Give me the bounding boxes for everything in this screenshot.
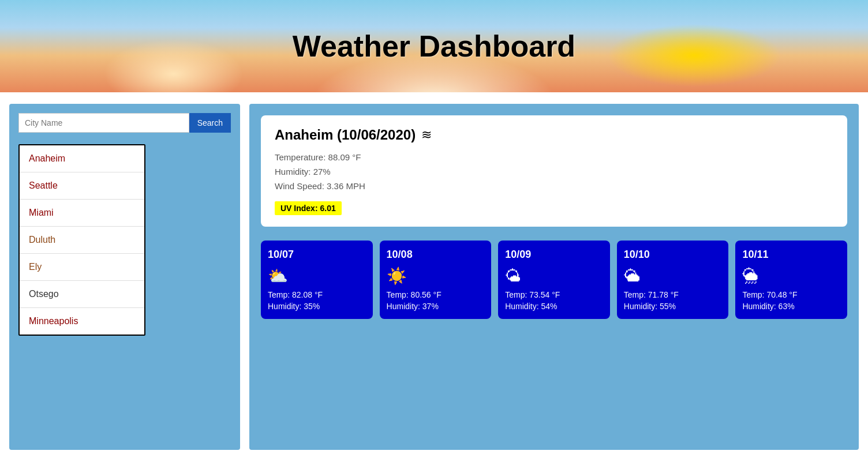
humidity-detail: Humidity: 27% <box>275 167 833 176</box>
forecast-icon: ☀️ <box>387 266 485 286</box>
forecast-humidity: Humidity: 37% <box>387 302 485 311</box>
city-list-item[interactable]: Otsego <box>20 281 144 308</box>
current-weather-header: Anaheim (10/06/2020) ≋ <box>275 127 833 143</box>
city-list-item[interactable]: Seattle <box>20 172 144 200</box>
forecast-humidity: Humidity: 54% <box>505 302 603 311</box>
wind-speed-detail: Wind Speed: 3.36 MPH <box>275 181 833 191</box>
app-title: Weather Dashboard <box>293 29 575 63</box>
forecast-temp: Temp: 70.48 °F <box>742 290 840 299</box>
city-list-item[interactable]: Minneapolis <box>20 308 144 335</box>
current-weather-card: Anaheim (10/06/2020) ≋ Temperature: 88.0… <box>261 115 847 227</box>
forecast-card: 10/08 ☀️ Temp: 80.56 °F Humidity: 37% <box>380 241 492 319</box>
forecast-temp: Temp: 73.54 °F <box>505 290 603 299</box>
forecast-date: 10/11 <box>742 249 840 261</box>
forecast-humidity: Humidity: 63% <box>742 302 840 311</box>
forecast-icon: 🌥 <box>624 266 722 286</box>
forecast-date: 10/10 <box>624 249 722 261</box>
search-bar: Search <box>18 113 231 133</box>
forecast-humidity: Humidity: 35% <box>268 302 366 311</box>
forecast-row: 10/07 ⛅ Temp: 82.08 °F Humidity: 35% 10/… <box>261 241 847 319</box>
weather-haze-icon: ≋ <box>421 127 432 142</box>
forecast-icon: 🌤 <box>505 266 603 286</box>
city-list-item[interactable]: Duluth <box>20 227 144 254</box>
main-content: Search AnaheimSeattleMiamiDuluthElyOtseg… <box>0 92 868 461</box>
search-button[interactable]: Search <box>189 113 231 133</box>
uv-index-badge: UV Index: 6.01 <box>275 201 342 215</box>
city-list-item[interactable]: Miami <box>20 200 144 227</box>
app-header: Weather Dashboard <box>0 0 868 92</box>
search-input[interactable] <box>18 113 189 133</box>
forecast-icon: 🌦 <box>742 266 840 286</box>
forecast-date: 10/09 <box>505 249 603 261</box>
forecast-date: 10/07 <box>268 249 366 261</box>
forecast-temp: Temp: 82.08 °F <box>268 290 366 299</box>
forecast-date: 10/08 <box>387 249 485 261</box>
forecast-temp: Temp: 71.78 °F <box>624 290 722 299</box>
forecast-card: 10/11 🌦 Temp: 70.48 °F Humidity: 63% <box>735 241 847 319</box>
current-city-name: Anaheim (10/06/2020) <box>275 127 416 143</box>
forecast-card: 10/10 🌥 Temp: 71.78 °F Humidity: 55% <box>617 241 729 319</box>
city-list-item[interactable]: Ely <box>20 254 144 281</box>
forecast-icon: ⛅ <box>268 266 366 286</box>
forecast-humidity: Humidity: 55% <box>624 302 722 311</box>
left-panel: Search AnaheimSeattleMiamiDuluthElyOtseg… <box>9 104 240 450</box>
city-list-item[interactable]: Anaheim <box>20 145 144 172</box>
forecast-card: 10/07 ⛅ Temp: 82.08 °F Humidity: 35% <box>261 241 373 319</box>
right-panel: Anaheim (10/06/2020) ≋ Temperature: 88.0… <box>249 104 859 450</box>
forecast-card: 10/09 🌤 Temp: 73.54 °F Humidity: 54% <box>498 241 610 319</box>
city-list: AnaheimSeattleMiamiDuluthElyOtsegoMinnea… <box>18 144 145 336</box>
forecast-temp: Temp: 80.56 °F <box>387 290 485 299</box>
temperature-detail: Temperature: 88.09 °F <box>275 152 833 162</box>
